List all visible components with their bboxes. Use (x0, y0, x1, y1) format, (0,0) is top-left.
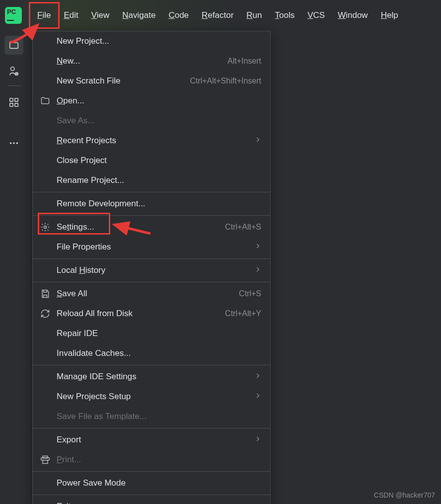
chevron-right-icon (254, 265, 261, 275)
menu-window[interactable]: Window (331, 7, 374, 23)
chevron-right-icon (254, 435, 261, 445)
menu-navigate[interactable]: Navigate (116, 7, 162, 23)
menu-item-reload-from-disk[interactable]: Reload All from Disk Ctrl+Alt+Y (33, 304, 270, 324)
svg-point-6 (9, 142, 11, 144)
left-toolstrip (0, 31, 27, 504)
svg-point-0 (10, 67, 14, 71)
menu-separator (33, 215, 270, 216)
menu-separator (33, 428, 270, 428)
menu-help[interactable]: Help (374, 7, 405, 23)
reload-icon (40, 308, 51, 319)
menu-item-manage-ide-settings[interactable]: Manage IDE Settings (33, 367, 270, 387)
printer-icon (40, 454, 51, 465)
chevron-right-icon (254, 242, 261, 252)
menu-separator (33, 258, 270, 259)
menu-item-new-scratch-file[interactable]: New Scratch File Ctrl+Alt+Shift+Insert (33, 71, 270, 91)
gear-icon (40, 222, 51, 233)
svg-rect-4 (9, 103, 12, 106)
chevron-right-icon (254, 136, 261, 146)
tool-project-icon[interactable] (4, 36, 23, 55)
menu-item-export[interactable]: Export (33, 430, 270, 450)
menu-item-power-save-mode[interactable]: Power Save Mode (33, 473, 270, 493)
menu-item-close-project[interactable]: Close Project (33, 151, 270, 170)
menu-separator (33, 495, 270, 495)
menu-item-save-all[interactable]: Save All Ctrl+S (33, 284, 270, 304)
app-logo-pycharm-icon: PC (5, 7, 22, 24)
menu-separator (33, 282, 270, 282)
menu-item-new-projects-setup[interactable]: New Projects Setup (33, 387, 270, 407)
menu-separator (33, 192, 270, 192)
menu-view[interactable]: View (85, 7, 116, 23)
menu-item-new[interactable]: New... Alt+Insert (33, 51, 270, 71)
menu-tools[interactable]: Tools (269, 7, 301, 23)
menu-item-save-file-as-template: Save File as Template... (33, 407, 270, 426)
menu-item-open[interactable]: Open... (33, 91, 270, 111)
chevron-right-icon (254, 392, 261, 402)
menu-item-new-project[interactable]: New Project... (33, 31, 270, 51)
svg-rect-3 (14, 98, 17, 101)
menu-edit[interactable]: Edit (57, 7, 84, 23)
save-icon (40, 288, 51, 299)
svg-point-9 (44, 226, 47, 229)
menu-item-exit[interactable]: Exit (33, 497, 270, 504)
svg-point-7 (13, 142, 15, 144)
menu-refactor[interactable]: Refactor (195, 7, 240, 23)
svg-rect-5 (14, 103, 17, 106)
folder-icon (40, 95, 51, 106)
menu-run[interactable]: Run (240, 7, 268, 23)
menubar: PC File Edit View Navigate Code Refactor… (0, 0, 441, 31)
chevron-right-icon (254, 372, 261, 382)
menu-item-file-properties[interactable]: File Properties (33, 237, 270, 257)
svg-rect-11 (43, 460, 48, 464)
menu-item-remote-development[interactable]: Remote Development... (33, 194, 270, 214)
tool-more-icon[interactable] (4, 134, 23, 153)
menu-item-invalidate-caches[interactable]: Invalidate Caches... (33, 343, 270, 363)
menu-item-rename-project[interactable]: Rename Project... (33, 170, 270, 190)
file-dropdown-menu: New Project... New... Alt+Insert New Scr… (32, 31, 271, 504)
menu-item-repair-ide[interactable]: Repair IDE (33, 324, 270, 343)
menu-vcs[interactable]: VCS (301, 7, 331, 23)
svg-rect-2 (9, 98, 12, 101)
svg-point-8 (16, 142, 18, 144)
menu-item-print: Print... (33, 450, 270, 470)
tool-structure-icon[interactable] (4, 93, 23, 112)
menu-item-recent-projects[interactable]: Recent Projects (33, 131, 270, 151)
menu-code[interactable]: Code (162, 7, 195, 23)
menu-separator (33, 471, 270, 472)
menu-separator (33, 365, 270, 365)
menu-file[interactable]: File (31, 7, 57, 23)
menu-item-save-as: Save As... (33, 111, 270, 131)
watermark-text: CSDN @hacker707 (374, 491, 435, 499)
menu-item-settings[interactable]: Settings... Ctrl+Alt+S (33, 217, 270, 237)
tool-separator (7, 85, 20, 86)
menu-item-local-history[interactable]: Local History (33, 260, 270, 280)
tool-copilot-icon[interactable] (4, 62, 23, 81)
